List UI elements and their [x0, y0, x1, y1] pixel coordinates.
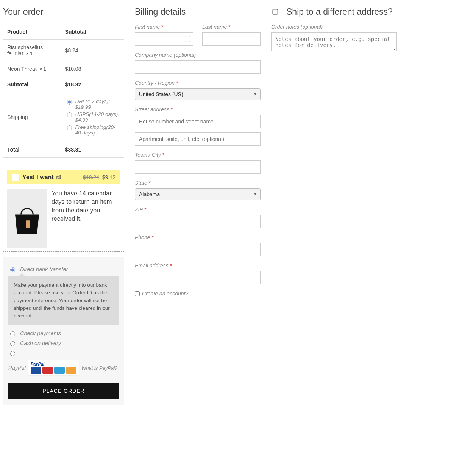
- shipping-option-usps[interactable]: USPS(14-20 days): $4.99: [65, 111, 120, 123]
- upsell-box: Yes! I want it! $18.24 $9.12 You have 14…: [3, 166, 124, 252]
- order-item-name: Neon Threat: [7, 66, 37, 72]
- order-item-qty: × 1: [39, 67, 46, 72]
- shipping-option-label: Free shipping(20-40 days): [75, 124, 120, 136]
- ship-different-checkbox[interactable]: [272, 9, 278, 14]
- payment-option-paypal[interactable]: PayPal PayPal What is PayPal?: [8, 360, 119, 376]
- payment-box: Direct bank transfer Make your payment d…: [3, 257, 124, 405]
- create-account-checkbox[interactable]: [135, 291, 140, 296]
- order-total-value: $38.31: [61, 142, 124, 158]
- payment-option-check[interactable]: Check payments: [8, 330, 119, 336]
- city-input[interactable]: [135, 160, 261, 174]
- first-name-input[interactable]: [135, 32, 193, 46]
- shipping-option-dhl[interactable]: DHL(4-7 days): $19.99: [65, 98, 120, 110]
- payment-option-cod[interactable]: Cash on delivery: [8, 340, 119, 346]
- order-header-subtotal: Subtotal: [61, 24, 124, 40]
- zip-label: ZIP *: [135, 206, 261, 212]
- payment-option-label: Cash on delivery: [20, 340, 61, 346]
- street-input-1[interactable]: [135, 115, 261, 128]
- bag-icon: [7, 198, 47, 239]
- phone-input[interactable]: [135, 243, 261, 256]
- company-input[interactable]: [135, 60, 261, 74]
- order-item-qty: × 1: [26, 51, 33, 56]
- shipping-radio[interactable]: [67, 125, 72, 130]
- order-item-price: $10.08: [61, 61, 124, 77]
- upsell-new-price: $9.12: [102, 174, 115, 180]
- state-label: State *: [135, 180, 261, 186]
- discover-icon: [66, 367, 76, 374]
- order-notes-input[interactable]: [271, 32, 397, 51]
- country-select[interactable]: United States (US): [135, 88, 261, 100]
- phone-label: Phone *: [135, 234, 261, 241]
- shipping-option-free[interactable]: Free shipping(20-40 days): [65, 124, 120, 136]
- payment-option-label: PayPal: [8, 365, 26, 371]
- shipping-option-label: USPS(14-20 days): $4.99: [75, 111, 120, 123]
- billing-title: Billing details: [135, 7, 261, 17]
- state-select[interactable]: Alabama: [135, 188, 261, 200]
- paypal-cards-icon: PayPal: [28, 360, 79, 376]
- order-row: Risusphasellus feugiat × 1 $8.24: [3, 40, 124, 61]
- payment-radio[interactable]: [10, 331, 15, 336]
- place-order-button[interactable]: PLACE ORDER: [8, 383, 119, 399]
- upsell-label: Yes! I want it!: [22, 174, 61, 181]
- payment-radio[interactable]: [10, 267, 15, 272]
- shipping-radio[interactable]: [67, 100, 72, 105]
- upsell-old-price: $18.24: [83, 174, 99, 180]
- payment-option-bank[interactable]: Direct bank transfer: [8, 266, 119, 272]
- city-label: Town / City *: [135, 152, 261, 158]
- street-label: Street address *: [135, 106, 261, 112]
- first-name-label: First name *: [135, 24, 193, 30]
- svg-rect-0: [26, 220, 30, 228]
- upsell-bar[interactable]: Yes! I want it! $18.24 $9.12: [7, 170, 120, 184]
- shipping-radio[interactable]: [67, 112, 72, 117]
- street-input-2[interactable]: [135, 132, 261, 146]
- contact-card-icon: [185, 36, 190, 42]
- company-label: Company name (optional): [135, 52, 261, 58]
- order-row: Neon Threat × 1 $10.08: [3, 61, 124, 77]
- last-name-label: Last name *: [202, 24, 261, 30]
- ship-title[interactable]: Ship to a different address?: [286, 7, 393, 17]
- order-notes-label: Order notes (optional): [271, 24, 397, 30]
- order-subtotal-value: $18.32: [61, 77, 124, 92]
- email-input[interactable]: [135, 271, 261, 284]
- mastercard-icon: [42, 367, 53, 374]
- upsell-product-image: [7, 189, 47, 248]
- order-title: Your order: [3, 7, 124, 17]
- email-label: Email address *: [135, 262, 261, 269]
- zip-input[interactable]: [135, 215, 261, 228]
- create-account-row[interactable]: Create an account?: [135, 291, 261, 297]
- payment-radio[interactable]: [10, 341, 15, 346]
- what-is-paypal-link[interactable]: What is PayPal?: [81, 365, 117, 371]
- upsell-text: You have 14 calendar days to return an i…: [52, 189, 120, 248]
- country-label: Country / Region *: [135, 80, 261, 86]
- upsell-checkbox[interactable]: [12, 174, 19, 181]
- order-shipping-label: Shipping: [3, 92, 61, 142]
- order-item-name: Risusphasellus feugiat: [7, 44, 43, 56]
- shipping-option-label: DHL(4-7 days): $19.99: [75, 98, 120, 110]
- visa-icon: [31, 367, 41, 374]
- paypal-brand: PayPal: [31, 362, 76, 366]
- order-total-label: Total: [3, 142, 61, 158]
- order-table: Product Subtotal Risusphasellus feugiat …: [3, 24, 124, 158]
- payment-option-label: Check payments: [20, 330, 61, 336]
- payment-option-label: Direct bank transfer: [20, 266, 68, 272]
- last-name-input[interactable]: [202, 32, 261, 46]
- payment-radio-paypal[interactable]: [10, 351, 15, 356]
- amex-icon: [54, 367, 65, 374]
- order-subtotal-label: Subtotal: [3, 77, 61, 92]
- order-item-price: $8.24: [61, 40, 124, 61]
- create-account-label: Create an account?: [142, 291, 188, 297]
- order-header-product: Product: [3, 24, 61, 40]
- payment-bank-description: Make your payment directly into our bank…: [8, 276, 119, 325]
